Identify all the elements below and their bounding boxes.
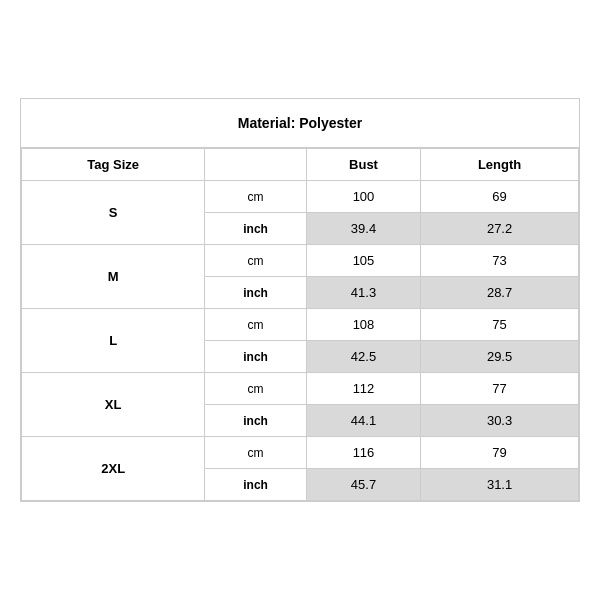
length-inch: 27.2 xyxy=(421,213,579,245)
length-cm: 69 xyxy=(421,181,579,213)
bust-cm: 100 xyxy=(306,181,420,213)
unit-cm: cm xyxy=(205,437,307,469)
bust-inch: 45.7 xyxy=(306,469,420,501)
length-cm: 75 xyxy=(421,309,579,341)
size-chart: Material: Polyester Tag Size Bust Length… xyxy=(20,98,580,502)
length-cm: 79 xyxy=(421,437,579,469)
length-inch: 29.5 xyxy=(421,341,579,373)
table-row: 2XLcm11679 xyxy=(22,437,579,469)
length-inch: 31.1 xyxy=(421,469,579,501)
length-cm: 73 xyxy=(421,245,579,277)
unit-cm: cm xyxy=(205,245,307,277)
bust-inch: 44.1 xyxy=(306,405,420,437)
tag-size-cell: L xyxy=(22,309,205,373)
bust-cm: 108 xyxy=(306,309,420,341)
unit-inch: inch xyxy=(205,213,307,245)
tag-size-cell: M xyxy=(22,245,205,309)
bust-cm: 105 xyxy=(306,245,420,277)
tag-size-cell: 2XL xyxy=(22,437,205,501)
tag-size-cell: XL xyxy=(22,373,205,437)
bust-inch: 39.4 xyxy=(306,213,420,245)
table-row: XLcm11277 xyxy=(22,373,579,405)
bust-cm: 112 xyxy=(306,373,420,405)
header-length: Length xyxy=(421,149,579,181)
unit-inch: inch xyxy=(205,405,307,437)
unit-inch: inch xyxy=(205,469,307,501)
length-cm: 77 xyxy=(421,373,579,405)
table-row: Scm10069 xyxy=(22,181,579,213)
header-unit-col xyxy=(205,149,307,181)
unit-inch: inch xyxy=(205,341,307,373)
table-row: Mcm10573 xyxy=(22,245,579,277)
bust-cm: 116 xyxy=(306,437,420,469)
table-row: Lcm10875 xyxy=(22,309,579,341)
tag-size-cell: S xyxy=(22,181,205,245)
bust-inch: 41.3 xyxy=(306,277,420,309)
header-tag-size: Tag Size xyxy=(22,149,205,181)
size-table: Tag Size Bust Length Scm10069inch39.427.… xyxy=(21,148,579,501)
length-inch: 30.3 xyxy=(421,405,579,437)
chart-title: Material: Polyester xyxy=(21,99,579,148)
unit-cm: cm xyxy=(205,309,307,341)
unit-cm: cm xyxy=(205,181,307,213)
unit-inch: inch xyxy=(205,277,307,309)
header-bust: Bust xyxy=(306,149,420,181)
bust-inch: 42.5 xyxy=(306,341,420,373)
length-inch: 28.7 xyxy=(421,277,579,309)
unit-cm: cm xyxy=(205,373,307,405)
